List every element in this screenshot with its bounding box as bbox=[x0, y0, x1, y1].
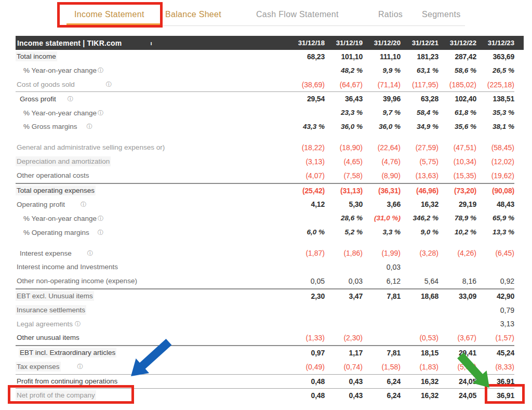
info-icon[interactable]: ⓘ bbox=[98, 67, 103, 73]
table-row: % Year-on-year changeⓘ23,3 %9,7 %58,4 %6… bbox=[16, 106, 514, 120]
tab-income-statement[interactable]: Income Statement bbox=[74, 10, 144, 19]
value-cell: 10,2 % bbox=[438, 226, 476, 240]
row-label-text: Legal agreements bbox=[17, 320, 73, 328]
header-columns: 31/12/1831/12/1931/12/2031/12/2131/12/22… bbox=[287, 39, 514, 47]
value-cell: (18,22) bbox=[287, 141, 325, 155]
value-cell: 42,90 bbox=[476, 289, 514, 303]
row-label-text: Interest expense bbox=[20, 249, 72, 257]
info-icon[interactable]: ⓘ bbox=[77, 363, 83, 369]
table-row: Total income68,23101,10111,10181,23287,4… bbox=[16, 50, 514, 64]
value-cell: 48,43 bbox=[476, 197, 514, 211]
table-row: Operating profitⓘ4,125,303,6616,3229,194… bbox=[16, 197, 514, 211]
value-cell: (0,74) bbox=[325, 360, 363, 374]
value-cell: 35,3 % bbox=[476, 106, 514, 120]
row-label[interactable]: Legal agreementsⓘ bbox=[16, 317, 287, 332]
info-icon[interactable]: ⓘ bbox=[106, 81, 112, 87]
value-cell: (18,90) bbox=[325, 141, 363, 155]
row-label[interactable]: Gross profitⓘ bbox=[16, 92, 287, 107]
row-label-text: % Year-on-year change bbox=[23, 215, 97, 222]
info-icon[interactable]: ⓘ bbox=[87, 123, 92, 129]
tab-balance-sheet[interactable]: Balance Sheet bbox=[165, 10, 221, 19]
value-cell: 102,40 bbox=[438, 92, 476, 106]
value-cell: (73,20) bbox=[438, 184, 476, 198]
row-label-text: Other non-operating income (expense) bbox=[17, 277, 137, 285]
row-label[interactable]: General and administrative selling expen… bbox=[16, 141, 287, 155]
value-cell: 0,03 bbox=[325, 274, 363, 288]
row-label-text: Other operational costs bbox=[17, 171, 89, 179]
info-icon[interactable]: ⓘ bbox=[68, 96, 73, 102]
row-label[interactable]: Other operational costs bbox=[16, 169, 287, 183]
table-row: Cost of goods soldⓘ(38,69)(64,67)(71,14)… bbox=[16, 78, 514, 92]
value-cell: (1,87) bbox=[287, 246, 325, 260]
row-label[interactable]: Operating profitⓘ bbox=[16, 197, 287, 212]
info-icon[interactable]: ⓘ bbox=[87, 250, 93, 256]
value-cell: (0,49) bbox=[287, 360, 325, 374]
info-icon[interactable]: ⓘ bbox=[81, 201, 86, 207]
value-cell: 5,30 bbox=[325, 197, 363, 211]
row-label[interactable]: Interest income and Investments bbox=[16, 260, 287, 274]
value-cell: (225,18) bbox=[476, 78, 514, 92]
info-icon[interactable]: ⓘ bbox=[98, 229, 103, 235]
row-label-text: % Gross margins bbox=[23, 123, 77, 130]
tab-cash-flow-statement[interactable]: Cash Flow Statement bbox=[256, 10, 339, 19]
info-icon[interactable]: ⓘ bbox=[98, 110, 103, 116]
tab-segments[interactable]: Segments bbox=[422, 10, 460, 19]
value-cell: 63,28 bbox=[401, 92, 438, 106]
row-label[interactable]: EBT incl. Extraordinary articles bbox=[16, 346, 287, 360]
value-cell: 16,32 bbox=[401, 197, 438, 211]
table-row: Tax expensesⓘ(0,49)(0,74)(1,58)(1,83)(5,… bbox=[16, 360, 514, 374]
row-label[interactable]: EBT excl. Unusual items bbox=[16, 289, 287, 303]
row-label[interactable]: % Year-on-year changeⓘ bbox=[16, 211, 287, 226]
value-cell: (31,13) bbox=[325, 184, 363, 198]
value-cell: (6,45) bbox=[476, 246, 514, 260]
row-label[interactable]: Tax expensesⓘ bbox=[16, 360, 287, 374]
value-cell: (46,96) bbox=[401, 184, 438, 198]
value-cell: 9,7 % bbox=[363, 106, 401, 120]
row-label[interactable]: Other unusual items bbox=[16, 331, 287, 345]
value-cell: (47,51) bbox=[438, 141, 476, 155]
value-cell: 287,42 bbox=[438, 50, 476, 64]
value-cell: (1,57) bbox=[476, 331, 514, 345]
info-icon[interactable]: ⓘ bbox=[75, 321, 81, 327]
active-tab-underline bbox=[66, 23, 161, 25]
value-cell: (19,62) bbox=[476, 169, 514, 183]
row-label[interactable]: Profit from continuing operations bbox=[16, 375, 287, 389]
value-cell: 36,0 % bbox=[363, 120, 401, 134]
value-cell: (4,26) bbox=[438, 246, 476, 260]
value-cell: 58,4 % bbox=[401, 106, 438, 120]
value-cell: (10,34) bbox=[438, 155, 476, 169]
row-label[interactable]: % Year-on-year changeⓘ bbox=[16, 63, 287, 78]
value-cell: (5,37) bbox=[438, 360, 476, 374]
value-cell: 16,32 bbox=[401, 375, 438, 389]
value-cell: (36,31) bbox=[363, 184, 401, 198]
tab-ratios[interactable]: Ratios bbox=[378, 10, 403, 19]
row-label[interactable]: Depreciation and amortization bbox=[16, 155, 287, 169]
row-label[interactable]: Total operating expenses bbox=[16, 184, 287, 198]
value-cell: 9,0 % bbox=[401, 226, 438, 240]
table-row: EBT incl. Extraordinary articles0,971,17… bbox=[16, 345, 514, 360]
column-header: 31/12/21 bbox=[401, 39, 438, 47]
row-label[interactable]: Total income bbox=[16, 50, 287, 64]
row-label[interactable]: Net profit of the company bbox=[16, 389, 287, 403]
row-label[interactable]: Insurance settlements bbox=[16, 303, 287, 318]
row-label[interactable]: % Operating marginsⓘ bbox=[16, 226, 287, 240]
table-row: Profit from continuing operations0,480,4… bbox=[16, 374, 514, 389]
value-cell: 45,24 bbox=[476, 346, 514, 360]
value-cell: 0,03 bbox=[363, 260, 401, 274]
column-header: 31/12/18 bbox=[287, 39, 325, 47]
info-icon[interactable]: ⓘ bbox=[98, 215, 103, 221]
row-label-text: Total operating expenses bbox=[17, 187, 95, 194]
value-cell: (185,02) bbox=[438, 78, 476, 92]
row-label[interactable]: Other non-operating income (expense) bbox=[16, 274, 287, 288]
value-cell: 48,2 % bbox=[325, 64, 363, 78]
row-label-text: Tax expenses bbox=[17, 363, 60, 371]
value-cell: (64,67) bbox=[325, 78, 363, 92]
row-label[interactable]: % Year-on-year changeⓘ bbox=[16, 106, 287, 121]
row-label[interactable]: Interest expenseⓘ bbox=[16, 246, 287, 261]
value-cell: (8,33) bbox=[476, 360, 514, 374]
row-label-text: Operating profit bbox=[17, 201, 65, 208]
value-cell: 13,3 % bbox=[476, 226, 514, 240]
table-row: Insurance settlements0,79 bbox=[16, 303, 514, 318]
row-label[interactable]: Cost of goods soldⓘ bbox=[16, 77, 287, 92]
row-label[interactable]: % Gross marginsⓘ bbox=[16, 120, 287, 134]
